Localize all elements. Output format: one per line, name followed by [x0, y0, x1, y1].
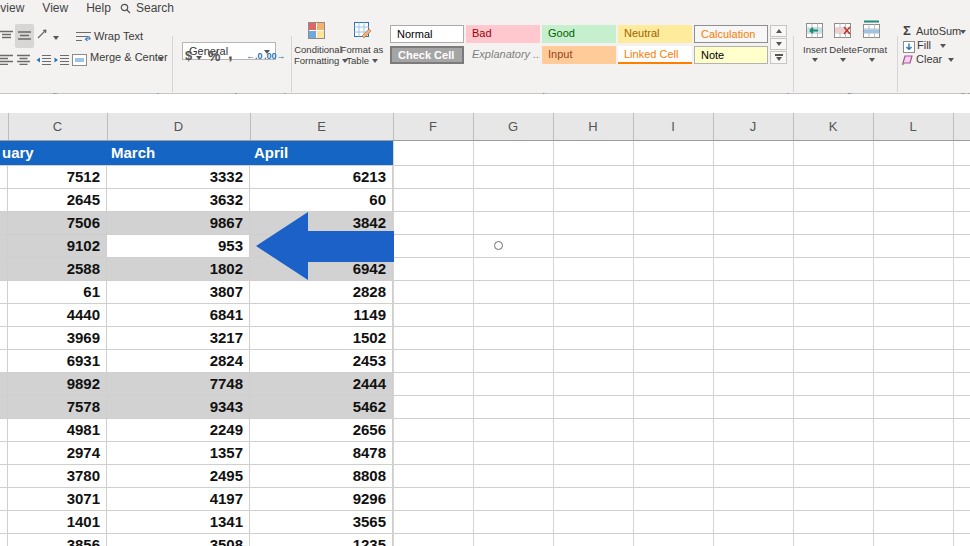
- column-header-i[interactable]: I: [633, 117, 713, 137]
- cell-d[interactable]: 4197: [107, 488, 250, 510]
- decrease-decimal-icon[interactable]: .00→: [264, 51, 286, 61]
- cell-e[interactable]: 3565: [250, 511, 393, 533]
- cell-c[interactable]: 3071: [8, 488, 107, 510]
- cell-e[interactable]: 1149: [250, 304, 393, 326]
- cell-e[interactable]: 5462: [250, 396, 393, 418]
- style-normal[interactable]: Normal: [390, 25, 464, 43]
- cell-b-sliver[interactable]: [0, 166, 8, 188]
- cell-c[interactable]: 2645: [8, 189, 107, 211]
- align-middle-icon[interactable]: [15, 24, 34, 48]
- cell-b-sliver[interactable]: [0, 189, 8, 211]
- cell-c[interactable]: 3969: [8, 327, 107, 349]
- cell-c[interactable]: 4440: [8, 304, 107, 326]
- column-header-g[interactable]: G: [473, 117, 553, 137]
- cell-b-sliver[interactable]: [0, 327, 8, 349]
- cell-d[interactable]: 6841: [107, 304, 250, 326]
- cell-b-sliver[interactable]: [0, 442, 8, 464]
- cell-e[interactable]: 1502: [250, 327, 393, 349]
- style-bad[interactable]: Bad: [466, 25, 540, 43]
- style-good[interactable]: Good: [542, 25, 616, 43]
- cell-b-sliver[interactable]: [0, 258, 8, 280]
- tab-help[interactable]: Help: [86, 1, 111, 15]
- cell-d[interactable]: 7748: [107, 373, 250, 395]
- cell-b-sliver[interactable]: [0, 235, 8, 257]
- cell-d[interactable]: 3508: [107, 534, 250, 546]
- style-explanatory[interactable]: Explanatory ...: [466, 46, 540, 64]
- style-input[interactable]: Input: [542, 46, 616, 64]
- cell-d[interactable]: 1341: [107, 511, 250, 533]
- format-as-table-button[interactable]: Format as Table: [338, 44, 386, 66]
- cell-b-sliver[interactable]: [0, 534, 8, 546]
- search-control[interactable]: Search: [120, 1, 174, 15]
- cell-e[interactable]: 2444: [250, 373, 393, 395]
- merge-center-chevron[interactable]: [158, 57, 164, 61]
- styles-scroll-down-button[interactable]: [770, 38, 787, 50]
- cell-b-sliver[interactable]: [0, 488, 8, 510]
- fill-button[interactable]: Fill: [917, 39, 931, 51]
- month-header-d[interactable]: March: [111, 144, 155, 161]
- cell-b-sliver[interactable]: [0, 465, 8, 487]
- insert-chevron[interactable]: [812, 58, 818, 62]
- wrap-text-icon[interactable]: [76, 29, 91, 47]
- tab-review[interactable]: Review: [0, 1, 24, 15]
- cell-e[interactable]: 6213: [250, 166, 393, 188]
- align-center-icon[interactable]: [17, 51, 30, 69]
- cell-d[interactable]: 3332: [107, 166, 250, 188]
- cell-b-sliver[interactable]: [0, 281, 8, 303]
- month-header-e[interactable]: April: [254, 144, 288, 161]
- cell-d[interactable]: 3807: [107, 281, 250, 303]
- comma-style-icon[interactable]: ,: [228, 44, 233, 64]
- cell-c[interactable]: 2974: [8, 442, 107, 464]
- align-top-icon[interactable]: [0, 27, 13, 45]
- cell-d[interactable]: 9343: [107, 396, 250, 418]
- styles-more-button[interactable]: [770, 51, 787, 64]
- delete-chevron[interactable]: [840, 58, 846, 62]
- cell-e[interactable]: 9296: [250, 488, 393, 510]
- cell-c[interactable]: 3856: [8, 534, 107, 546]
- cell-c[interactable]: 7506: [8, 212, 107, 234]
- cell-b-sliver[interactable]: [0, 304, 8, 326]
- percent-icon[interactable]: %: [208, 48, 220, 64]
- column-header-e[interactable]: E: [250, 117, 393, 137]
- cell-c[interactable]: 9102: [8, 235, 107, 257]
- wrap-text-button[interactable]: Wrap Text: [94, 30, 143, 42]
- currency-icon[interactable]: $: [185, 48, 192, 63]
- cell-c[interactable]: 61: [8, 281, 107, 303]
- cell-c[interactable]: 3780: [8, 465, 107, 487]
- cell-b-sliver[interactable]: [0, 373, 8, 395]
- cell-e[interactable]: 1235: [250, 534, 393, 546]
- cell-b-sliver[interactable]: [0, 396, 8, 418]
- tab-view[interactable]: View: [42, 1, 68, 15]
- autosum-chevron[interactable]: [960, 30, 966, 34]
- cell-d[interactable]: 9867: [107, 212, 250, 234]
- conditional-formatting-button[interactable]: Conditional Formatting: [294, 44, 342, 66]
- cell-d[interactable]: 2249: [107, 419, 250, 441]
- cell-c[interactable]: 4981: [8, 419, 107, 441]
- cell-c[interactable]: 1401: [8, 511, 107, 533]
- cell-e[interactable]: 2453: [250, 350, 393, 372]
- column-header-h[interactable]: H: [553, 117, 633, 137]
- month-header-c[interactable]: uary: [2, 144, 34, 161]
- align-left-icon[interactable]: [0, 51, 13, 69]
- cell-d[interactable]: 1802: [107, 258, 250, 280]
- decrease-indent-icon[interactable]: [36, 51, 51, 69]
- merge-center-button[interactable]: Merge & Center: [90, 51, 168, 63]
- column-header-l[interactable]: L: [873, 117, 953, 137]
- cell-b-sliver[interactable]: [0, 350, 8, 372]
- column-header-d[interactable]: D: [107, 117, 250, 137]
- orientation-icon[interactable]: [36, 26, 50, 44]
- cell-d[interactable]: 2495: [107, 465, 250, 487]
- style-check-cell[interactable]: Check Cell: [390, 46, 464, 64]
- cell-c[interactable]: 7578: [8, 396, 107, 418]
- style-note[interactable]: Note: [694, 46, 768, 64]
- increase-decimal-icon[interactable]: ←.0: [246, 51, 263, 61]
- style-linked-cell[interactable]: Linked Cell: [618, 46, 692, 64]
- cell-d[interactable]: 3217: [107, 327, 250, 349]
- format-chevron[interactable]: [869, 58, 875, 62]
- cell-c[interactable]: 7512: [8, 166, 107, 188]
- increase-indent-icon[interactable]: [54, 51, 69, 69]
- column-header-j[interactable]: J: [713, 117, 793, 137]
- merge-center-icon[interactable]: [72, 52, 87, 70]
- cell-d[interactable]: 953: [107, 235, 250, 257]
- cell-b-sliver[interactable]: [0, 511, 8, 533]
